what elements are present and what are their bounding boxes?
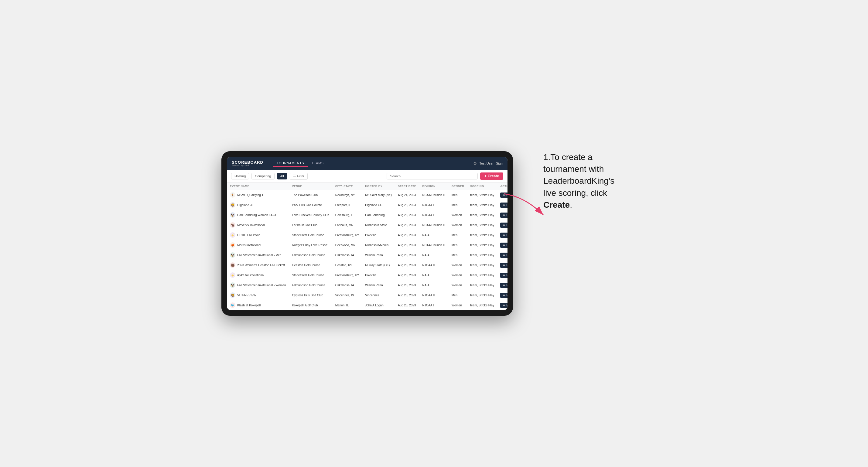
app-header: SCOREBOARD Powered by clippit TOURNAMENT…: [227, 157, 507, 170]
cell-hosted-by: Highland CC: [362, 200, 395, 210]
cell-hosted-by: Vincennes: [362, 290, 395, 300]
table-row: 🐻 2023 Women's Hesston Fall Kickoff Hess…: [227, 260, 507, 270]
sign-button[interactable]: Sign: [496, 161, 503, 165]
nav-tab-teams[interactable]: TEAMS: [308, 160, 327, 167]
edit-button[interactable]: ✏ Edit: [500, 243, 507, 248]
table-row: 🐂 Maverick Invitational Faribault Golf C…: [227, 220, 507, 230]
all-filter[interactable]: All: [277, 173, 287, 180]
edit-label: Edit: [506, 234, 507, 237]
hosting-filter[interactable]: Hosting: [231, 173, 249, 180]
nav-tab-tournaments[interactable]: TOURNAMENTS: [273, 160, 308, 167]
col-actions: ACTIONS: [497, 183, 507, 190]
edit-label: Edit: [506, 253, 507, 257]
table-container: EVENT NAME VENUE CITY, STATE HOSTED BY S…: [227, 183, 507, 310]
team-icon: ⚡: [230, 232, 236, 238]
edit-button[interactable]: ✏ Edit: [500, 263, 507, 268]
nav-tabs: TOURNAMENTS TEAMS: [273, 160, 328, 167]
edit-icon: ✏: [503, 293, 505, 297]
cell-event-name: 🦅 Fall Statesmen Invitational - Women: [227, 280, 289, 290]
edit-button[interactable]: ✏ Edit: [500, 223, 507, 228]
cell-city-state: Faribault, MN: [332, 220, 362, 230]
cell-venue: Park Hills Golf Course: [289, 200, 332, 210]
cell-hosted-by: Minnesota State: [362, 220, 395, 230]
edit-button[interactable]: ✏ Edit: [500, 203, 507, 208]
cell-city-state: Galesburg, IL: [332, 210, 362, 220]
cell-scoring: team, Stroke Play: [467, 240, 497, 250]
team-icon: 🐂: [230, 222, 236, 228]
edit-button[interactable]: ✏ Edit: [500, 192, 507, 198]
cell-scoring: team, Stroke Play: [467, 210, 497, 220]
cell-event-name: 🐻 2023 Women's Hesston Fall Kickoff: [227, 260, 289, 270]
cell-event-name: 🦁 VU PREVIEW: [227, 290, 289, 300]
cell-actions: ✏ Edit: [497, 300, 507, 310]
cell-division: NAIA: [420, 270, 448, 280]
table-row: 🦊 Morris Invitational Ruttger's Bay Lake…: [227, 240, 507, 250]
cell-division: NCAA Division III: [420, 190, 448, 200]
edit-button[interactable]: ✏ Edit: [500, 213, 507, 218]
gear-icon[interactable]: ⚙: [473, 161, 477, 166]
cell-actions: ✏ Edit: [497, 280, 507, 290]
cell-scoring: team, Stroke Play: [467, 270, 497, 280]
cell-event-name: 🐦 Klash at Kokopelli: [227, 300, 289, 310]
edit-button[interactable]: ✏ Edit: [500, 283, 507, 288]
edit-label: Edit: [506, 214, 507, 217]
edit-button[interactable]: ✏ Edit: [500, 293, 507, 298]
competing-filter[interactable]: Competing: [251, 173, 274, 180]
edit-label: Edit: [506, 274, 507, 277]
edit-button[interactable]: ✏ Edit: [500, 303, 507, 308]
cell-actions: ✏ Edit: [497, 220, 507, 230]
team-icon: 🦅: [230, 282, 236, 288]
edit-button[interactable]: ✏ Edit: [500, 253, 507, 258]
cell-division: NCAA Division II: [420, 220, 448, 230]
cell-start-date: Aug 28, 2023: [395, 270, 420, 280]
cell-event-name: 🦊 Morris Invitational: [227, 240, 289, 250]
cell-event-name: 🐂 Maverick Invitational: [227, 220, 289, 230]
cell-actions: ✏ Edit: [497, 260, 507, 270]
cell-actions: ✏ Edit: [497, 190, 507, 200]
cell-gender: Men: [448, 240, 467, 250]
cell-city-state: Marion, IL: [332, 300, 362, 310]
create-button[interactable]: + Create: [480, 173, 503, 180]
event-name-text: VU PREVIEW: [237, 293, 256, 297]
table-row: ⚡ UPIKE Fall Invite StoneCrest Golf Cour…: [227, 230, 507, 240]
event-name-text: Morris Invitational: [237, 244, 261, 247]
table-row: 🏌 MSMC Qualifying 1 The Powelton Club Ne…: [227, 190, 507, 200]
cell-division: NAIA: [420, 230, 448, 240]
edit-label: Edit: [506, 293, 507, 297]
team-icon: 🦊: [230, 242, 236, 248]
toolbar: Hosting Competing All ☰ Filter + Create: [227, 170, 507, 183]
event-name-text: UPIKE Fall Invite: [237, 234, 260, 237]
col-city-state: CITY, STATE: [332, 183, 362, 190]
edit-button[interactable]: ✏ Edit: [500, 232, 507, 238]
edit-button[interactable]: ✏ Edit: [500, 273, 507, 278]
event-name-text: Maverick Invitational: [237, 223, 265, 227]
edit-icon: ✏: [503, 193, 505, 197]
cell-venue: Edmundson Golf Course: [289, 280, 332, 290]
team-icon: 🦁: [230, 202, 236, 208]
cell-division: NJCAA I: [420, 200, 448, 210]
cell-gender: Men: [448, 200, 467, 210]
filter-button[interactable]: ☰ Filter: [290, 173, 308, 180]
table-row: 🦅 Fall Statesmen Invitational - Women Ed…: [227, 280, 507, 290]
cell-scoring: team, Stroke Play: [467, 250, 497, 260]
cell-hosted-by: Carl Sandburg: [362, 210, 395, 220]
cell-start-date: Aug 28, 2023: [395, 240, 420, 250]
brand-name: SCOREBOARD: [232, 160, 263, 164]
cell-hosted-by: William Penn: [362, 250, 395, 260]
table-row: 🦅 Fall Statesmen Invitational - Men Edmu…: [227, 250, 507, 260]
event-name-text: Carl Sandburg Women FA23: [237, 214, 276, 217]
cell-actions: ✏ Edit: [497, 290, 507, 300]
team-icon: 🏌: [230, 192, 236, 198]
events-table: EVENT NAME VENUE CITY, STATE HOSTED BY S…: [227, 183, 507, 310]
edit-icon: ✏: [503, 214, 505, 217]
cell-hosted-by: Pikeville: [362, 230, 395, 240]
cell-division: NJCAA I: [420, 210, 448, 220]
edit-icon: ✏: [503, 234, 505, 237]
table-header-row: EVENT NAME VENUE CITY, STATE HOSTED BY S…: [227, 183, 507, 190]
search-input[interactable]: [386, 173, 478, 180]
brand-logo: SCOREBOARD Powered by clippit: [232, 160, 263, 166]
powered-by-text: Powered by clippit: [232, 164, 263, 166]
cell-start-date: Aug 28, 2023: [395, 300, 420, 310]
cell-scoring: team, Stroke Play: [467, 300, 497, 310]
event-name-text: 2023 Women's Hesston Fall Kickoff: [237, 263, 285, 267]
